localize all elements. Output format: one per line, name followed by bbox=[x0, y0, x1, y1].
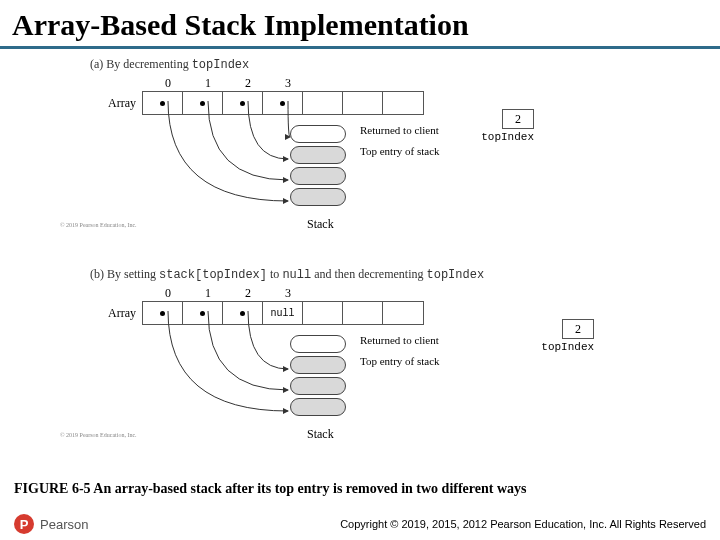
fineprint: © 2019 Pearson Education, Inc. bbox=[60, 222, 137, 228]
label-stack: Stack bbox=[307, 217, 334, 232]
fineprint: © 2019 Pearson Education, Inc. bbox=[60, 432, 137, 438]
copyright-text: Copyright © 2019, 2015, 2012 Pearson Edu… bbox=[340, 518, 706, 530]
topindex-label: topIndex bbox=[541, 341, 594, 353]
reference-dot bbox=[160, 101, 165, 106]
array-row-b: Array null 2 topIndex bbox=[90, 301, 484, 325]
subfig-b-suffix: and then decrementing bbox=[311, 267, 426, 281]
figure-diagram: (a) By decrementing topIndex 0 1 2 3 Arr… bbox=[0, 49, 720, 479]
stack-slot bbox=[290, 356, 346, 374]
topindex-box-b: 2 topIndex bbox=[541, 319, 594, 353]
stack-slot bbox=[290, 188, 346, 206]
subfig-b-mono1: stack[topIndex] bbox=[159, 268, 267, 282]
index-0: 0 bbox=[148, 76, 188, 91]
index-3: 3 bbox=[268, 76, 308, 91]
cell-a-6 bbox=[383, 92, 423, 114]
index-2: 2 bbox=[228, 76, 268, 91]
reference-dot bbox=[200, 311, 205, 316]
stack-column-b bbox=[290, 335, 346, 419]
array-label: Array bbox=[90, 306, 142, 321]
reference-dot bbox=[160, 311, 165, 316]
subfig-b-mid: to bbox=[267, 267, 282, 281]
subfig-b-mono3: topIndex bbox=[426, 268, 484, 282]
array-indices-a: 0 1 2 3 bbox=[148, 76, 424, 91]
cell-a-4 bbox=[303, 92, 343, 114]
subfig-b-mono2: null bbox=[282, 268, 311, 282]
stack-slot-returned bbox=[290, 125, 346, 143]
reference-dot bbox=[200, 101, 205, 106]
cell-b-1 bbox=[183, 302, 223, 324]
subfigure-b: (b) By setting stack[topIndex] to null a… bbox=[90, 267, 484, 325]
null-text: null bbox=[270, 308, 294, 319]
index-1: 1 bbox=[188, 286, 228, 301]
reference-dot bbox=[240, 311, 245, 316]
label-topentry: Top entry of stack bbox=[360, 355, 440, 367]
array-cells-a bbox=[142, 91, 424, 115]
cell-b-6 bbox=[383, 302, 423, 324]
subfig-a-caption-prefix: (a) By decrementing bbox=[90, 57, 192, 71]
reference-dot bbox=[240, 101, 245, 106]
topindex-box-a: 2 topIndex bbox=[481, 109, 534, 143]
cell-a-2 bbox=[223, 92, 263, 114]
cell-a-3 bbox=[263, 92, 303, 114]
stack-slot bbox=[290, 398, 346, 416]
cell-a-0 bbox=[143, 92, 183, 114]
cell-b-3: null bbox=[263, 302, 303, 324]
subfigure-a: (a) By decrementing topIndex 0 1 2 3 Arr… bbox=[90, 57, 424, 115]
cell-b-5 bbox=[343, 302, 383, 324]
label-stack: Stack bbox=[307, 427, 334, 442]
page-title: Array-Based Stack Implementation bbox=[0, 0, 720, 49]
array-indices-b: 0 1 2 3 bbox=[148, 286, 484, 301]
stack-slot-returned bbox=[290, 335, 346, 353]
stack-slot bbox=[290, 377, 346, 395]
cell-b-4 bbox=[303, 302, 343, 324]
cell-a-5 bbox=[343, 92, 383, 114]
pearson-logo-icon: P bbox=[14, 514, 34, 534]
label-returned: Returned to client bbox=[360, 124, 439, 136]
footer: P Pearson Copyright © 2019, 2015, 2012 P… bbox=[0, 514, 720, 534]
index-0: 0 bbox=[148, 286, 188, 301]
topindex-label: topIndex bbox=[481, 131, 534, 143]
subfig-a-caption-mono: topIndex bbox=[192, 58, 250, 72]
figure-caption: FIGURE 6-5 An array-based stack after it… bbox=[0, 479, 720, 499]
stack-slot bbox=[290, 167, 346, 185]
cell-a-1 bbox=[183, 92, 223, 114]
subfig-b-caption: (b) By setting stack[topIndex] to null a… bbox=[90, 267, 484, 282]
stack-slot bbox=[290, 146, 346, 164]
subfig-a-caption: (a) By decrementing topIndex bbox=[90, 57, 424, 72]
array-row-a: Array 2 topIndex bbox=[90, 91, 424, 115]
topindex-value: 2 bbox=[502, 109, 534, 129]
array-cells-b: null bbox=[142, 301, 424, 325]
cell-b-2 bbox=[223, 302, 263, 324]
cell-b-0 bbox=[143, 302, 183, 324]
brand-name: Pearson bbox=[40, 517, 88, 532]
subfig-b-caption-prefix: (b) By setting bbox=[90, 267, 159, 281]
label-returned: Returned to client bbox=[360, 334, 439, 346]
topindex-value: 2 bbox=[562, 319, 594, 339]
index-1: 1 bbox=[188, 76, 228, 91]
reference-dot bbox=[280, 101, 285, 106]
stack-column-a bbox=[290, 125, 346, 209]
index-3: 3 bbox=[268, 286, 308, 301]
array-label: Array bbox=[90, 96, 142, 111]
label-topentry: Top entry of stack bbox=[360, 145, 440, 157]
index-2: 2 bbox=[228, 286, 268, 301]
